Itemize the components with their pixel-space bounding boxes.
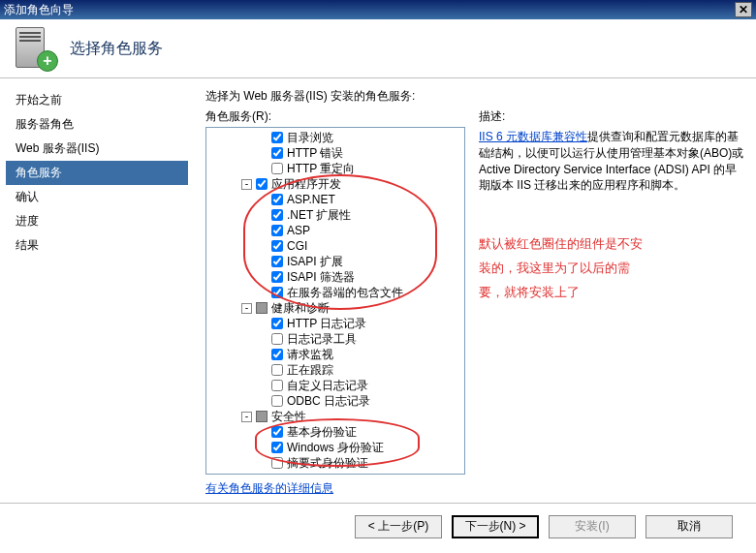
tree-node[interactable]: 在服务器端的包含文件 bbox=[210, 285, 462, 300]
nav-item[interactable]: 开始之前 bbox=[6, 88, 188, 112]
tree-checkbox[interactable] bbox=[271, 457, 283, 469]
tree-node[interactable]: ASP bbox=[210, 223, 462, 238]
role-services-tree[interactable]: 目录浏览HTTP 错误HTTP 重定向-应用程序开发ASP.NET.NET 扩展… bbox=[205, 127, 465, 475]
annotation-line: 要，就将安装上了 bbox=[479, 281, 744, 305]
tree-node[interactable]: ISAPI 筛选器 bbox=[210, 269, 462, 285]
tree-checkbox[interactable] bbox=[271, 225, 283, 236]
tree-label: 请求监视 bbox=[287, 347, 333, 363]
tree-label: Windows 身份验证 bbox=[287, 440, 384, 456]
tree-node[interactable]: 正在跟踪 bbox=[210, 362, 462, 378]
tree-label: 自定义日志记录 bbox=[287, 378, 368, 394]
tree-checkbox[interactable] bbox=[271, 349, 283, 360]
tree-spacer bbox=[257, 350, 268, 360]
nav-item[interactable]: 确认 bbox=[6, 185, 188, 209]
tree-label: ISAPI 筛选器 bbox=[287, 269, 355, 286]
title-bar: 添加角色向导 ✕ bbox=[0, 0, 756, 19]
wizard-header: + 选择角色服务 bbox=[0, 19, 756, 78]
tree-label: .NET 扩展性 bbox=[287, 207, 351, 224]
tree-spacer bbox=[257, 443, 268, 453]
tree-label: 应用程序开发 bbox=[271, 176, 341, 193]
tree-label: ISAPI 扩展 bbox=[287, 254, 343, 270]
tree-node[interactable]: Windows 身份验证 bbox=[210, 440, 462, 455]
tree-node[interactable]: -安全性 bbox=[210, 409, 462, 424]
tree-checkbox[interactable] bbox=[271, 209, 283, 221]
tree-checkbox[interactable] bbox=[271, 426, 283, 438]
tree-node[interactable]: HTTP 错误 bbox=[210, 145, 462, 161]
tree-node[interactable]: ODBC 日志记录 bbox=[210, 393, 462, 409]
tree-label: 在服务器端的包含文件 bbox=[287, 285, 403, 301]
tree-checkbox[interactable] bbox=[271, 240, 283, 252]
details-link[interactable]: 有关角色服务的详细信息 bbox=[205, 480, 465, 497]
tree-node[interactable]: 日志记录工具 bbox=[210, 331, 462, 347]
tree-node[interactable]: 自定义日志记录 bbox=[210, 378, 462, 393]
install-button[interactable]: 安装(I) bbox=[549, 515, 636, 538]
description-body: IIS 6 元数据库兼容性提供查询和配置元数据库的基础结构，以便可以运行从使用管… bbox=[479, 129, 744, 194]
cancel-button[interactable]: 取消 bbox=[646, 515, 733, 538]
tree-checkbox[interactable] bbox=[256, 302, 268, 314]
collapse-icon[interactable]: - bbox=[241, 412, 252, 422]
tree-node[interactable]: -健康和诊断 bbox=[210, 300, 462, 316]
nav-item[interactable]: 结果 bbox=[6, 233, 188, 258]
nav-item[interactable]: 进度 bbox=[6, 209, 188, 233]
prompt-text: 选择为 Web 服务器(IIS) 安装的角色服务: bbox=[205, 88, 744, 105]
description-panel: 描述: IIS 6 元数据库兼容性提供查询和配置元数据库的基础结构，以便可以运行… bbox=[479, 108, 744, 497]
tree-spacer bbox=[257, 241, 268, 252]
tree-checkbox[interactable] bbox=[256, 178, 268, 190]
tree-label: HTTP 日志记录 bbox=[287, 316, 366, 332]
nav-item[interactable]: 服务器角色 bbox=[6, 112, 188, 137]
tree-label: ODBC 日志记录 bbox=[287, 393, 370, 410]
tree-node[interactable]: ISAPI 扩展 bbox=[210, 254, 462, 269]
tree-spacer bbox=[257, 381, 268, 391]
tree-checkbox[interactable] bbox=[271, 380, 283, 391]
tree-spacer bbox=[257, 133, 268, 143]
description-link[interactable]: IIS 6 元数据库兼容性 bbox=[479, 130, 587, 143]
tree-label: 摘要式身份验证 bbox=[287, 455, 368, 472]
collapse-icon[interactable]: - bbox=[241, 179, 252, 190]
tree-spacer bbox=[257, 319, 268, 329]
tree-checkbox[interactable] bbox=[271, 132, 283, 143]
next-button[interactable]: 下一步(N) > bbox=[452, 515, 539, 538]
tree-node[interactable]: 请求监视 bbox=[210, 347, 462, 362]
tree-label: CGI bbox=[287, 239, 307, 253]
tree-node[interactable]: 基本身份验证 bbox=[210, 424, 462, 440]
tree-spacer bbox=[257, 257, 268, 267]
tree-checkbox[interactable] bbox=[271, 333, 283, 345]
tree-checkbox[interactable] bbox=[271, 318, 283, 329]
tree-checkbox[interactable] bbox=[271, 194, 283, 205]
tree-label: 正在跟踪 bbox=[287, 362, 333, 379]
tree-checkbox[interactable] bbox=[271, 163, 283, 174]
tree-label: 日志记录工具 bbox=[287, 331, 357, 348]
tree-spacer bbox=[257, 148, 268, 159]
prev-button[interactable]: < 上一步(P) bbox=[355, 515, 442, 538]
tree-checkbox[interactable] bbox=[256, 411, 268, 422]
tree-node[interactable]: HTTP 日志记录 bbox=[210, 316, 462, 331]
tree-checkbox[interactable] bbox=[271, 147, 283, 159]
nav-item[interactable]: Web 服务器(IIS) bbox=[6, 137, 188, 161]
tree-node[interactable]: 目录浏览 bbox=[210, 130, 462, 145]
close-button[interactable]: ✕ bbox=[735, 2, 752, 17]
tree-checkbox[interactable] bbox=[271, 271, 283, 283]
tree-spacer bbox=[257, 458, 268, 469]
tree-node[interactable]: CGI bbox=[210, 238, 462, 254]
tree-spacer bbox=[257, 164, 268, 174]
tree-spacer bbox=[257, 396, 268, 407]
window-title: 添加角色向导 bbox=[4, 2, 735, 18]
red-annotation: 默认被红色圈住的组件是不安 装的，我这里为了以后的需 要，就将安装上了 bbox=[479, 232, 744, 304]
tree-node[interactable]: HTTP 重定向 bbox=[210, 161, 462, 176]
tree-node[interactable]: 摘要式身份验证 bbox=[210, 455, 462, 471]
tree-label: 安全性 bbox=[271, 409, 306, 425]
tree-node[interactable]: ASP.NET bbox=[210, 192, 462, 207]
nav-item[interactable]: 角色服务 bbox=[6, 161, 188, 185]
tree-checkbox[interactable] bbox=[271, 287, 283, 298]
tree-checkbox[interactable] bbox=[271, 364, 283, 376]
tree-node[interactable]: -应用程序开发 bbox=[210, 176, 462, 192]
tree-label: HTTP 错误 bbox=[287, 145, 343, 162]
tree-checkbox[interactable] bbox=[271, 256, 283, 267]
tree-node[interactable]: .NET 扩展性 bbox=[210, 207, 462, 223]
collapse-icon[interactable]: - bbox=[241, 303, 252, 314]
description-label: 描述: bbox=[479, 108, 744, 125]
tree-checkbox[interactable] bbox=[271, 442, 283, 453]
tree-checkbox[interactable] bbox=[271, 395, 283, 407]
wizard-nav: 开始之前服务器角色Web 服务器(IIS)角色服务确认进度结果 bbox=[0, 78, 194, 503]
plus-icon: + bbox=[37, 50, 58, 72]
